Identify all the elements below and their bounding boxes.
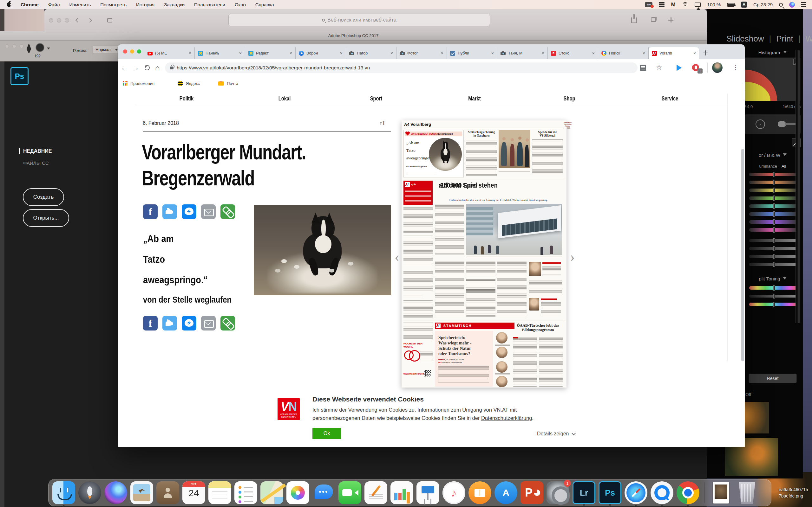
layers-icon[interactable] <box>659 2 664 3</box>
cookie-details-toggle[interactable]: Details zeigen <box>537 431 575 437</box>
bookmark-apps[interactable]: Приложения <box>123 77 154 90</box>
share-icon[interactable] <box>631 17 637 23</box>
chrome-dock-icon[interactable] <box>676 481 699 504</box>
minimize-window-button[interactable] <box>130 49 134 54</box>
numbers-dock-icon[interactable] <box>391 481 413 504</box>
safari-search-field[interactable]: Веб-поиск или имя веб-сайта <box>229 14 490 26</box>
hsl-slider[interactable] <box>749 196 798 200</box>
open-button[interactable]: Открыть... <box>23 209 69 227</box>
siri-icon[interactable] <box>789 2 795 8</box>
menu-item-1[interactable]: Chrome <box>20 2 39 7</box>
menu-item-6[interactable]: Закладки <box>164 2 185 7</box>
wifi-icon[interactable] <box>682 2 688 7</box>
lightroom-module-picker[interactable]: Slideshow|Print|Web <box>726 34 812 44</box>
close-window-button[interactable] <box>123 49 127 54</box>
siri-dock-icon[interactable] <box>104 481 127 504</box>
chrome-window-controls[interactable] <box>123 49 141 54</box>
sidebar-toggle-icon[interactable] <box>107 18 112 22</box>
menubar-clock[interactable]: Ср 23:29 <box>753 2 773 7</box>
input-source-icon[interactable]: A <box>741 2 747 8</box>
site-nav-lokal[interactable]: Lokal <box>277 95 292 102</box>
menu-item-4[interactable]: Посмотреть <box>100 2 126 7</box>
bookmark-yandex[interactable]: Яндекс <box>177 77 200 90</box>
radial-filter-icon[interactable] <box>756 119 765 129</box>
close-icon[interactable]: × <box>441 51 444 56</box>
brush-tool-icon[interactable] <box>27 44 31 53</box>
safari-window-controls[interactable] <box>49 18 69 22</box>
menu-item-3[interactable]: Изменить <box>69 2 91 7</box>
tab-overview-icon[interactable] <box>651 17 656 22</box>
hsl-panel-header[interactable]: or / B & W <box>745 153 801 158</box>
notes-dock-icon[interactable] <box>208 481 231 504</box>
menu-dots-icon[interactable]: ⋮ <box>732 63 739 71</box>
menu-item-2[interactable]: Файл <box>48 2 60 7</box>
safari-dock-icon[interactable] <box>624 481 647 504</box>
launchpad-dock-icon[interactable] <box>78 481 101 504</box>
sidebar-item-recent[interactable]: НЕДАВНИЕ <box>19 148 52 154</box>
luminance-tabs[interactable]: uminance All <box>745 164 801 169</box>
bookmark-mail[interactable]: Почта <box>218 77 238 90</box>
tab-3[interactable]: Редакт× <box>245 47 296 59</box>
tab-all[interactable]: All <box>781 164 786 169</box>
hsl-slider[interactable] <box>749 212 798 216</box>
notification-center-icon[interactable] <box>801 2 806 3</box>
copy-link-button[interactable] <box>220 316 235 331</box>
lightroom-dock-icon[interactable]: Lr <box>572 481 595 504</box>
bookmark-star-icon[interactable]: ☆ <box>656 63 662 72</box>
itunes-dock-icon[interactable]: ♪ <box>443 481 465 504</box>
new-tab-button[interactable] <box>701 49 710 57</box>
maps-dock-icon[interactable] <box>260 481 283 504</box>
tab-8[interactable]: Таня, М× <box>497 47 548 59</box>
photoshop-dock-icon[interactable]: Ps <box>599 481 621 504</box>
system-preferences-dock-icon[interactable]: 1 <box>547 481 569 504</box>
finder-dock-icon[interactable] <box>52 481 75 504</box>
close-icon[interactable]: × <box>189 51 191 56</box>
cookie-ok-button[interactable]: Ok <box>312 428 341 439</box>
messages-dock-icon[interactable] <box>312 481 335 504</box>
mail-dock-icon[interactable] <box>131 481 153 504</box>
back-icon[interactable]: ← <box>121 64 128 72</box>
appstore-dock-icon[interactable]: A <box>495 481 517 504</box>
contacts-dock-icon[interactable] <box>156 481 179 504</box>
close-icon[interactable]: × <box>340 51 343 56</box>
tab-2[interactable]: Панель× <box>195 47 245 59</box>
close-icon[interactable]: × <box>239 51 242 56</box>
photoshop-window-controls[interactable] <box>5 44 23 48</box>
zoom-window-button[interactable] <box>137 49 141 54</box>
close-icon[interactable]: × <box>542 51 544 56</box>
trash-dock-icon[interactable] <box>735 481 758 504</box>
reload-icon[interactable] <box>144 65 150 70</box>
close-icon[interactable]: × <box>693 51 696 56</box>
blend-mode-dropdown[interactable]: Нормал <box>93 46 120 54</box>
tab-6[interactable]: Фотог× <box>397 47 447 59</box>
reminders-dock-icon[interactable] <box>235 481 257 504</box>
pages-dock-icon[interactable] <box>364 481 387 504</box>
hsl-slider[interactable] <box>749 181 798 184</box>
sidebar-item-cc-files[interactable]: ФАЙЛЫ CC <box>23 160 49 166</box>
menu-item-9[interactable]: Справка <box>255 2 274 7</box>
forward-icon[interactable]: → <box>132 64 139 72</box>
photos-dock-icon[interactable] <box>287 481 309 504</box>
text-size-icon[interactable]: TT <box>380 120 386 126</box>
facetime-dock-icon[interactable] <box>339 481 361 504</box>
module-slideshow[interactable]: Slideshow <box>726 34 764 44</box>
malwarebytes-icon[interactable]: M <box>671 2 675 8</box>
slider[interactable] <box>749 239 798 242</box>
carousel-next-button[interactable]: › <box>570 248 575 265</box>
battery-icon[interactable] <box>727 3 734 7</box>
twitter-share-button[interactable] <box>162 316 177 331</box>
translate-icon[interactable] <box>640 65 646 71</box>
twitter-share-button[interactable] <box>162 205 177 219</box>
menu-item-5[interactable]: История <box>136 2 154 7</box>
avatar[interactable] <box>712 62 722 73</box>
url-text[interactable]: https://www.vn.at/lokal/vorarlberg/2018/… <box>177 65 370 71</box>
new-tab-icon[interactable] <box>668 17 673 22</box>
histogram-header[interactable]: Histogram <box>745 50 801 55</box>
hsl-slider[interactable] <box>749 220 798 224</box>
tab-7[interactable]: Публи× <box>447 47 497 59</box>
calendar-dock-icon[interactable]: ОКТ.24 <box>183 481 205 504</box>
quicktime-dock-icon[interactable] <box>651 481 673 504</box>
privacy-policy-link[interactable]: Datenschutzerklärung <box>481 415 532 421</box>
create-button[interactable]: Создать <box>23 188 64 206</box>
adjustment-brush-icon[interactable] <box>778 121 786 127</box>
